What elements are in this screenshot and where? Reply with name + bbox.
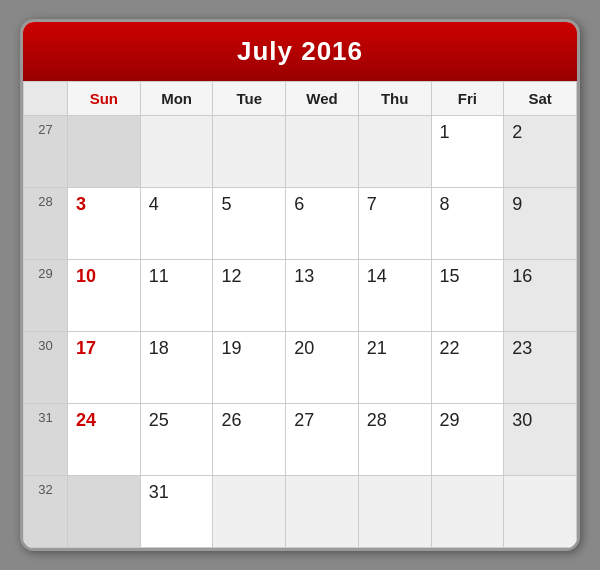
day-cell[interactable]: 7: [359, 188, 432, 260]
week-number: 31: [24, 404, 68, 476]
day-header-sun: Sun: [68, 82, 141, 116]
week-number: 30: [24, 332, 68, 404]
day-cell[interactable]: 27: [286, 404, 359, 476]
day-header-tue: Tue: [213, 82, 286, 116]
day-cell[interactable]: 24: [68, 404, 141, 476]
day-cell[interactable]: 11: [141, 260, 214, 332]
week-number: 27: [24, 116, 68, 188]
day-cell[interactable]: [359, 116, 432, 188]
day-cell[interactable]: 21: [359, 332, 432, 404]
day-cell[interactable]: [432, 476, 505, 548]
day-cell[interactable]: [359, 476, 432, 548]
day-header-sat: Sat: [504, 82, 577, 116]
day-cell[interactable]: 6: [286, 188, 359, 260]
day-cell[interactable]: 26: [213, 404, 286, 476]
day-cell[interactable]: [286, 476, 359, 548]
day-cell[interactable]: 2: [504, 116, 577, 188]
day-cell[interactable]: 17: [68, 332, 141, 404]
day-cell[interactable]: 28: [359, 404, 432, 476]
week-number: 32: [24, 476, 68, 548]
day-cell[interactable]: 23: [504, 332, 577, 404]
day-header-thu: Thu: [359, 82, 432, 116]
day-cell[interactable]: 18: [141, 332, 214, 404]
calendar-title: July 2016: [237, 36, 363, 66]
day-cell[interactable]: 8: [432, 188, 505, 260]
day-cell[interactable]: 30: [504, 404, 577, 476]
day-cell[interactable]: 12: [213, 260, 286, 332]
day-cell[interactable]: 16: [504, 260, 577, 332]
day-cell[interactable]: 29: [432, 404, 505, 476]
day-cell[interactable]: [286, 116, 359, 188]
day-header-wed: Wed: [286, 82, 359, 116]
calendar: July 2016 SunMonTueWedThuFriSat271228345…: [20, 19, 580, 551]
day-cell[interactable]: [504, 476, 577, 548]
day-cell[interactable]: 25: [141, 404, 214, 476]
day-cell[interactable]: 31: [141, 476, 214, 548]
day-cell[interactable]: [141, 116, 214, 188]
day-cell[interactable]: [68, 116, 141, 188]
day-cell[interactable]: 22: [432, 332, 505, 404]
week-header-empty: [24, 82, 68, 116]
day-cell[interactable]: 14: [359, 260, 432, 332]
day-cell[interactable]: 15: [432, 260, 505, 332]
day-cell[interactable]: 10: [68, 260, 141, 332]
day-cell[interactable]: 5: [213, 188, 286, 260]
week-number: 29: [24, 260, 68, 332]
day-cell[interactable]: 13: [286, 260, 359, 332]
day-header-fri: Fri: [432, 82, 505, 116]
day-cell[interactable]: [68, 476, 141, 548]
day-cell[interactable]: [213, 476, 286, 548]
calendar-header: July 2016: [23, 22, 577, 81]
day-cell[interactable]: 3: [68, 188, 141, 260]
day-cell[interactable]: 9: [504, 188, 577, 260]
day-cell[interactable]: [213, 116, 286, 188]
day-cell[interactable]: 20: [286, 332, 359, 404]
calendar-grid: SunMonTueWedThuFriSat2712283456789291011…: [23, 81, 577, 548]
week-number: 28: [24, 188, 68, 260]
day-cell[interactable]: 19: [213, 332, 286, 404]
day-header-mon: Mon: [141, 82, 214, 116]
day-cell[interactable]: 1: [432, 116, 505, 188]
day-cell[interactable]: 4: [141, 188, 214, 260]
